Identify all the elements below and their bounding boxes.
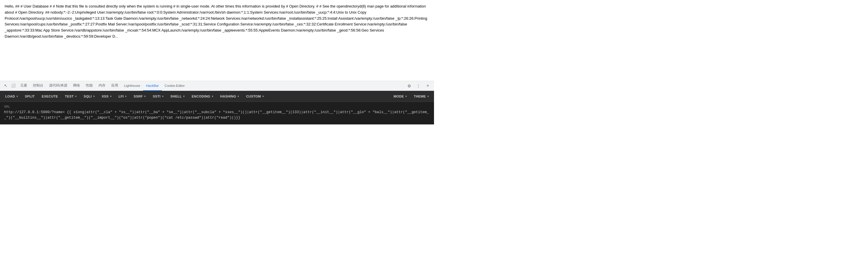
vertical-dots-icon: ⋮ bbox=[416, 84, 421, 88]
ssti-button[interactable]: SSTI bbox=[150, 92, 166, 101]
tab-network[interactable]: 网络 bbox=[70, 81, 83, 91]
theme-button[interactable]: THEME bbox=[411, 92, 432, 101]
close-icon: ✕ bbox=[427, 84, 429, 88]
page-content-area: Hello, ## # User Database # # Note that … bbox=[0, 0, 434, 81]
ssrf-button[interactable]: SSRF bbox=[131, 92, 149, 101]
tab-application[interactable]: 应用 bbox=[108, 81, 121, 91]
tab-inspector[interactable]: 元素 bbox=[17, 81, 30, 91]
tab-network-label: 网络 bbox=[73, 83, 80, 88]
close-devtools-button[interactable]: ✕ bbox=[424, 82, 432, 90]
tab-memory[interactable]: 内存 bbox=[96, 81, 108, 91]
devtools-tabbar: ↖ ⬜ 元素 控制台 源代码/来源 网络 性能 内存 应用 Lighthouse… bbox=[0, 81, 434, 91]
mode-button[interactable]: MODE bbox=[391, 92, 410, 101]
url-value[interactable]: http://127.0.0.1:5000/?name= {{ x1ong|at… bbox=[4, 110, 430, 121]
sqli-button[interactable]: SQLI bbox=[81, 92, 98, 101]
device-icon: ⬜ bbox=[11, 83, 16, 88]
tab-memory-label: 内存 bbox=[98, 83, 105, 88]
settings-button[interactable]: ⚙ bbox=[405, 82, 413, 90]
tab-cookie-editor-label: Cookie-Editor bbox=[165, 84, 185, 87]
lfi-button[interactable]: LFI bbox=[116, 92, 129, 101]
tab-select-element[interactable]: ↖ bbox=[2, 81, 9, 91]
load-button[interactable]: LOAD bbox=[2, 92, 21, 101]
url-area: URL http://127.0.0.1:5000/?name= {{ x1on… bbox=[0, 102, 434, 125]
shell-button[interactable]: SHELL bbox=[167, 92, 188, 101]
more-options-button[interactable]: ⋮ bbox=[414, 82, 423, 90]
tab-console-label: 控制台 bbox=[33, 83, 43, 88]
tab-application-label: 应用 bbox=[111, 83, 118, 88]
tab-device-toolbar[interactable]: ⬜ bbox=[9, 81, 17, 91]
custom-button[interactable]: CUSTOM bbox=[243, 92, 267, 101]
gear-icon: ⚙ bbox=[407, 84, 411, 88]
tab-inspector-label: 元素 bbox=[20, 83, 27, 88]
tab-sources-label: 源代码/来源 bbox=[49, 83, 67, 88]
page-content-text: Hello, ## # User Database # # Note that … bbox=[5, 4, 427, 38]
tab-performance-label: 性能 bbox=[86, 83, 93, 88]
tab-performance[interactable]: 性能 bbox=[83, 81, 96, 91]
tab-cookie-editor[interactable]: Cookie-Editor bbox=[162, 81, 188, 91]
tab-lighthouse-label: Lighthouse bbox=[124, 84, 140, 87]
tab-lighthouse[interactable]: Lighthouse bbox=[121, 81, 143, 91]
tab-sources[interactable]: 源代码/来源 bbox=[46, 81, 70, 91]
tab-hackbar[interactable]: HackBar bbox=[143, 81, 161, 91]
cursor-icon: ↖ bbox=[4, 83, 7, 88]
execute-button[interactable]: EXECUTE bbox=[39, 92, 61, 101]
url-label: URL bbox=[4, 105, 430, 109]
devtools-actions: ⚙ ⋮ ✕ bbox=[405, 82, 432, 90]
hashing-button[interactable]: HASHING bbox=[217, 92, 242, 101]
split-button[interactable]: SPLIT bbox=[22, 92, 37, 101]
tab-hackbar-label: HackBar bbox=[146, 84, 159, 87]
tab-console[interactable]: 控制台 bbox=[30, 81, 46, 91]
xss-button[interactable]: XSS bbox=[99, 92, 115, 101]
hackbar-toolbar: LOAD SPLIT EXECUTE TEST SQLI XSS LFI SSR… bbox=[0, 91, 434, 102]
test-button[interactable]: TEST bbox=[62, 92, 80, 101]
encoding-button[interactable]: ENCODING bbox=[189, 92, 216, 101]
